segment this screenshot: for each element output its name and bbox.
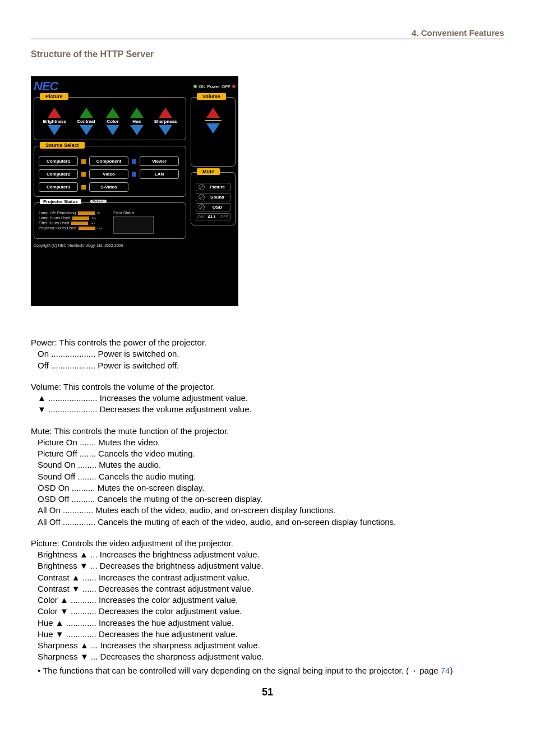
- brightness-up-icon[interactable]: [48, 108, 61, 118]
- picture-line: Hue ▲ ............. Increases the hue ad…: [31, 617, 504, 629]
- mute-line: All On ............. Mutes each of the v…: [31, 505, 504, 516]
- power-description: Power: This controls the power of the pr…: [31, 337, 504, 371]
- power-on-line: On ................... Power is switched…: [31, 348, 504, 359]
- source-computer1[interactable]: Computer1: [39, 156, 78, 166]
- status-label: Projector Hours Used: [39, 226, 76, 230]
- error-status-box: [113, 216, 154, 234]
- hue-label: Hue: [132, 119, 141, 124]
- footnote: • The functions that can be controlled w…: [31, 665, 504, 676]
- power-on-label: ON: [199, 84, 205, 89]
- mute-line: All Off .............. Cancels the mutin…: [31, 517, 504, 528]
- contrast-label: Contrast: [77, 119, 95, 124]
- indicator-icon: [132, 159, 136, 164]
- status-label: Lamp Life Remaining: [39, 211, 76, 215]
- picture-line: Sharpness ▲ ... Increases the sharpness …: [31, 640, 504, 651]
- prohibit-icon: [199, 184, 205, 190]
- footnote-prefix: • The functions that can be controlled w…: [38, 666, 441, 675]
- sharpness-up-icon[interactable]: [159, 108, 172, 118]
- page-number: 51: [31, 686, 504, 698]
- mute-line: OSD On .......... Mutes the on-screen di…: [31, 482, 504, 494]
- hue-up-icon[interactable]: [130, 108, 144, 118]
- mute-panel: Mute Picture Sound OSD ON ALL OFF: [191, 172, 236, 225]
- page-title: Structure of the HTTP Server: [31, 49, 504, 59]
- power-heading: Power: This controls the power of the pr…: [31, 337, 504, 348]
- picture-line: Contrast ▼ ...... Decreases the contrast…: [31, 583, 504, 594]
- volume-down-icon[interactable]: [206, 123, 220, 133]
- prohibit-icon: [199, 194, 205, 200]
- http-server-screenshot: NEC ON Power OFF Picture Brightness: [31, 76, 238, 306]
- brightness-down-icon[interactable]: [48, 125, 61, 135]
- mute-sound-label: Sound: [207, 195, 228, 200]
- status-label: Filter Hours Used: [39, 221, 69, 225]
- volume-title: Volume: [197, 93, 226, 100]
- color-up-icon[interactable]: [106, 108, 119, 118]
- mute-line: Picture Off ....... Cancels the video mu…: [31, 448, 504, 459]
- mute-title: Mute: [197, 168, 220, 175]
- mute-all-on: ON: [197, 214, 204, 219]
- power-label: Power: [207, 84, 220, 89]
- mute-all-label: ALL: [207, 214, 216, 219]
- contrast-down-icon[interactable]: [80, 125, 93, 135]
- mute-sound-button[interactable]: Sound: [196, 193, 230, 201]
- source-computer2[interactable]: Computer2: [39, 169, 78, 179]
- status-unit: hrs: [90, 222, 95, 225]
- color-down-icon[interactable]: [106, 125, 119, 135]
- source-video[interactable]: Video: [89, 169, 128, 179]
- mute-line: Sound On ........ Mutes the audio.: [31, 459, 504, 471]
- volume-panel: Volume: [191, 97, 236, 167]
- mute-line: Picture On ....... Mutes the video.: [31, 437, 504, 448]
- status-unit: hrs: [91, 216, 96, 220]
- section-header: 4. Convenient Features: [412, 28, 504, 38]
- projector-status-panel: Projector Status Refresh Lamp Life Remai…: [34, 202, 186, 239]
- copyright-text: Copyright (C) NEC Viewtechnology, Ltd. 2…: [34, 243, 186, 247]
- mute-heading: Mute: This controls the mute function of…: [31, 426, 504, 437]
- picture-description: Picture: Controls the video adjustment o…: [31, 538, 504, 676]
- status-bar-icon: [72, 216, 89, 220]
- prohibit-icon: [199, 204, 205, 210]
- volume-up-icon[interactable]: [206, 108, 220, 118]
- mute-picture-button[interactable]: Picture: [196, 183, 230, 191]
- hue-down-icon[interactable]: [130, 125, 144, 135]
- picture-panel-title: Picture: [40, 93, 68, 100]
- indicator-icon: [81, 185, 86, 190]
- volume-description: Volume: This controls the volume of the …: [31, 381, 504, 416]
- status-bar-icon: [71, 222, 88, 225]
- picture-line: Color ▲ ........... Increases the color …: [31, 594, 504, 606]
- mute-osd-label: OSD: [207, 205, 228, 210]
- page-reference-link[interactable]: 74: [441, 666, 450, 675]
- power-indicator: ON Power OFF: [193, 84, 236, 89]
- refresh-button[interactable]: Refresh: [90, 200, 107, 203]
- power-off-line: Off ................... Power is switche…: [31, 360, 504, 371]
- status-label: Lamp Hours Used: [39, 216, 70, 220]
- source-viewer[interactable]: Viewer: [140, 156, 179, 166]
- power-off-led: [232, 85, 236, 88]
- footnote-suffix: ): [450, 666, 453, 675]
- source-component[interactable]: Component: [89, 156, 128, 166]
- volume-up-line: ▲ ..................... Increases the vo…: [31, 393, 504, 404]
- power-on-led: [193, 85, 197, 88]
- projector-status-title: Projector Status: [40, 199, 81, 204]
- sharpness-label: Sharpness: [154, 119, 177, 124]
- mute-line: OSD Off .......... Cancels the muting of…: [31, 494, 504, 505]
- picture-line: Color ▼ ........... Decreases the color …: [31, 606, 504, 617]
- indicator-icon: [132, 172, 136, 177]
- volume-down-line: ▼ ..................... Decreases the vo…: [31, 404, 504, 415]
- mute-description: Mute: This controls the mute function of…: [31, 426, 504, 528]
- source-lan[interactable]: LAN: [140, 169, 179, 179]
- nec-logo: NEC: [34, 79, 58, 94]
- sharpness-down-icon[interactable]: [159, 125, 172, 135]
- indicator-icon: [81, 159, 86, 164]
- source-svideo[interactable]: S-Video: [89, 182, 128, 192]
- picture-line: Brightness ▼ ... Decreases the brightnes…: [31, 560, 504, 571]
- color-label: Color: [107, 119, 118, 124]
- status-unit: %: [97, 211, 100, 215]
- contrast-up-icon[interactable]: [80, 108, 93, 118]
- mute-osd-button[interactable]: OSD: [196, 203, 230, 211]
- mute-all-toggle[interactable]: ON ALL OFF: [196, 213, 230, 220]
- indicator-icon: [81, 172, 86, 177]
- source-select-panel: Source Select Computer1 Component Viewer…: [34, 146, 186, 197]
- source-computer3[interactable]: Computer3: [39, 182, 78, 192]
- volume-bar-icon: [205, 120, 222, 121]
- status-bar-icon: [79, 227, 95, 230]
- source-select-title: Source Select: [40, 142, 85, 149]
